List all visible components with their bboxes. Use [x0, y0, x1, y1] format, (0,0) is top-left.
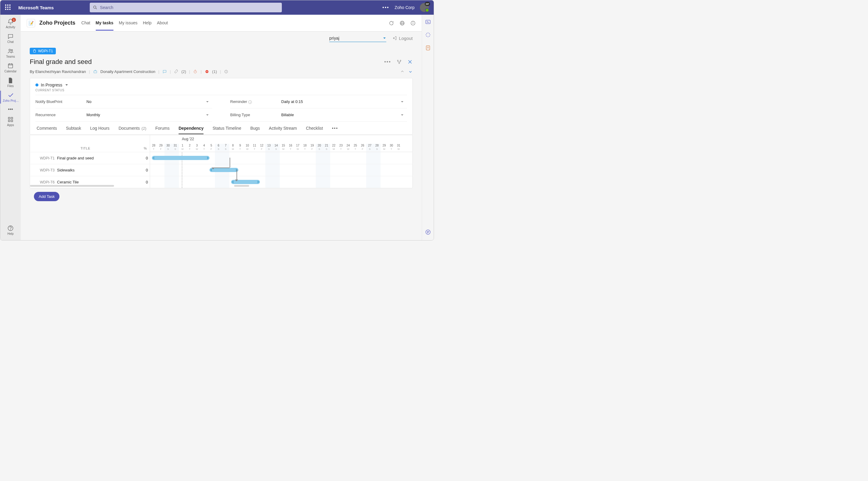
field-recurrence[interactable]: Recurrence Monthly	[35, 109, 212, 122]
status-sublabel: CURRENT STATUS	[35, 89, 407, 92]
blueprint-icon[interactable]	[397, 59, 402, 65]
dtab-subtask[interactable]: Subtask	[66, 126, 81, 134]
app-launcher-icon[interactable]	[5, 4, 11, 10]
collapse-up-icon[interactable]	[400, 69, 405, 74]
field-reminder[interactable]: Reminderi Daily at 0:15	[230, 95, 407, 109]
gantt-row[interactable]: WDPI-T3Sidewalks0	[30, 164, 150, 176]
rail-chat[interactable]: Chat	[0, 32, 21, 45]
tab-chat[interactable]: Chat	[81, 15, 90, 31]
blocker-icon[interactable]	[205, 69, 209, 74]
gantt-day: 18T	[301, 144, 309, 152]
rail-calendar[interactable]: Calendar	[0, 61, 21, 74]
dtab-dependency[interactable]: Dependency	[179, 126, 204, 134]
svg-rect-8	[8, 117, 10, 119]
gantt-day: 29F	[157, 144, 164, 152]
gantt-day: 10W	[244, 144, 251, 152]
attachment-icon[interactable]	[174, 69, 178, 74]
info-icon[interactable]	[410, 21, 416, 26]
tab-my-issues[interactable]: My issues	[119, 15, 137, 31]
notes-icon[interactable]	[425, 45, 431, 52]
gantt-day: 31W	[395, 144, 402, 152]
app-title: Zoho Projects	[39, 20, 75, 26]
teams-title: Microsoft Teams	[18, 5, 54, 10]
rail-apps[interactable]: Apps	[0, 115, 21, 128]
avatar[interactable]	[420, 3, 429, 12]
rail-zoho-projects[interactable]: Zoho Proj…	[0, 91, 21, 103]
gantt-day: 27S	[366, 144, 373, 152]
dtab-activity-stream[interactable]: Activity Stream	[269, 126, 297, 134]
rail-activity[interactable]: 1 Activity	[0, 17, 21, 30]
chevron-down-icon	[206, 100, 209, 103]
gantt-day: 12F	[258, 144, 265, 152]
close-icon[interactable]	[407, 59, 413, 65]
gantt-title-header: TITLE	[30, 147, 141, 150]
tab-help[interactable]: Help	[143, 15, 152, 31]
gantt-day: 16T	[287, 144, 294, 152]
svg-rect-10	[8, 120, 10, 122]
dtab-forums[interactable]: Forums	[155, 126, 169, 134]
svg-line-1	[96, 8, 97, 9]
tenant-name[interactable]: Zoho Corp	[395, 5, 414, 10]
gantt-bar-row	[150, 164, 412, 176]
gantt-day: 9T	[237, 144, 244, 152]
field-notify-blueprint[interactable]: Notify BluePrint No	[35, 95, 212, 109]
info-small-icon[interactable]	[224, 69, 228, 74]
task-id-chip[interactable]: WDPI-T1	[30, 48, 56, 54]
rail-help[interactable]: Help	[0, 224, 21, 237]
left-rail: 1 Activity Chat Teams Calendar Files Zoh…	[0, 15, 21, 240]
comment-icon[interactable]	[162, 69, 167, 74]
gantt-day: 6S	[215, 144, 222, 152]
gantt-day: 4T	[200, 144, 208, 152]
gantt-day: 22M	[330, 144, 337, 152]
rail-files[interactable]: Files	[0, 76, 21, 89]
gantt-day: 1M	[179, 144, 186, 152]
gantt-day: 8M	[229, 144, 237, 152]
logout-button[interactable]: Logout	[392, 36, 413, 41]
gantt-day: 14S	[273, 144, 280, 152]
dtab-status-timeline[interactable]: Status Timeline	[213, 126, 241, 134]
more-icon[interactable]: •••	[382, 5, 389, 10]
gantt-day: 25T	[352, 144, 359, 152]
chat-panel-icon[interactable]	[425, 19, 431, 26]
scrollbar[interactable]	[30, 185, 114, 187]
dtab-documents[interactable]: Documents (2)	[119, 126, 147, 134]
project-name[interactable]: Donally Apartment Construction	[100, 69, 155, 74]
activity-badge: 1	[12, 18, 16, 22]
author-label: By Elanchezhiyan Ravichandran	[30, 69, 86, 74]
gantt-row[interactable]: WDPI-T1Final grade and seed0	[30, 152, 150, 164]
timer-icon[interactable]	[193, 69, 197, 74]
expand-down-icon[interactable]	[408, 69, 413, 74]
scrollbar[interactable]	[234, 185, 249, 187]
gantt-day: 17W	[294, 144, 301, 152]
gantt-day: 7S	[222, 144, 229, 152]
rail-teams[interactable]: Teams	[0, 47, 21, 59]
gantt-day: 2T	[186, 144, 193, 152]
field-billing-type[interactable]: Billing Type Billable	[230, 109, 407, 122]
search-input[interactable]: Search	[90, 3, 282, 12]
gantt-month-label: Aug '22	[182, 137, 194, 141]
add-task-button[interactable]: Add Task	[34, 192, 59, 201]
rail-more[interactable]: •••	[0, 106, 21, 113]
svg-point-22	[397, 60, 398, 61]
dtab-comments[interactable]: Comments	[37, 126, 57, 134]
task-more-icon[interactable]: •••	[384, 59, 391, 65]
tab-my-tasks[interactable]: My tasks	[96, 15, 114, 31]
task-title: Final grade and seed	[30, 58, 92, 66]
svg-point-35	[226, 70, 226, 71]
dtab-log-hours[interactable]: Log Hours	[90, 126, 110, 134]
gantt-day: 29M	[380, 144, 388, 152]
gantt-day: 13S	[265, 144, 273, 152]
gantt-bar[interactable]	[152, 156, 210, 160]
refresh-icon[interactable]	[389, 21, 394, 26]
extension-icon[interactable]	[425, 32, 431, 39]
tab-about[interactable]: About	[157, 15, 168, 31]
status-select[interactable]: In Progress	[35, 83, 407, 87]
globe-icon[interactable]	[400, 21, 405, 26]
dtab-bugs[interactable]: Bugs	[250, 126, 260, 134]
svg-rect-11	[11, 120, 13, 122]
dtab-more[interactable]: •••	[332, 126, 338, 134]
user-select[interactable]: priyaj	[329, 34, 386, 42]
chatbot-icon[interactable]	[425, 229, 431, 236]
svg-rect-27	[94, 71, 97, 73]
dtab-checklist[interactable]: Checklist	[306, 126, 323, 134]
